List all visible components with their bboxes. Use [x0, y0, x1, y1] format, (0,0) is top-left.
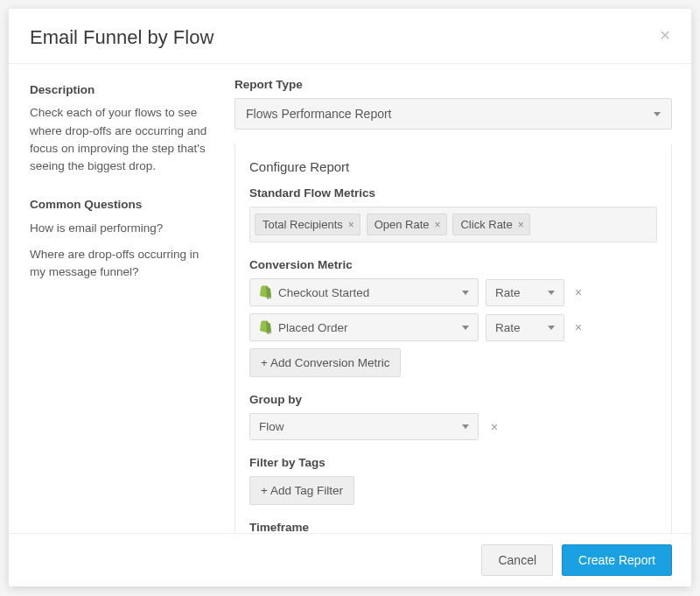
configure-panel: Configure Report Standard Flow Metrics T…: [234, 144, 672, 533]
filter-tags-label: Filter by Tags: [249, 456, 657, 469]
conversion-section: Conversion Metric Checkout Started Rate …: [249, 258, 657, 377]
modal-title: Email Funnel by Flow: [30, 26, 214, 49]
chevron-down-icon: [462, 424, 469, 429]
conversion-metric-select[interactable]: Placed Order: [249, 313, 479, 341]
conversion-row: Checkout Started Rate ×: [249, 278, 657, 306]
create-report-button[interactable]: Create Report: [562, 544, 672, 576]
groupby-select[interactable]: Flow: [249, 413, 479, 440]
groupby-label: Group by: [249, 393, 657, 406]
remove-groupby-icon[interactable]: ×: [487, 420, 501, 434]
conversion-metric-value: Placed Order: [278, 321, 455, 334]
modal-header: Email Funnel by Flow ×: [9, 9, 691, 64]
modal-footer: Cancel Create Report: [9, 533, 691, 586]
metric-chip[interactable]: Open Rate×: [367, 214, 447, 235]
chip-remove-icon[interactable]: ×: [518, 219, 524, 231]
standard-metrics-chips[interactable]: Total Recipients× Open Rate× Click Rate×: [249, 207, 657, 242]
conversion-mode-select[interactable]: Rate: [486, 279, 564, 306]
report-type-value: Flows Performance Report: [246, 107, 392, 121]
chevron-down-icon: [654, 112, 661, 116]
timeframe-label: Timeframe: [249, 521, 657, 533]
shopify-icon: [259, 320, 271, 334]
standard-metrics-label: Standard Flow Metrics: [249, 186, 657, 200]
description-text: Check each of your flows to see where dr…: [30, 104, 210, 175]
conversion-mode-value: Rate: [495, 321, 521, 334]
chevron-down-icon: [548, 291, 555, 295]
remove-row-icon[interactable]: ×: [571, 320, 585, 334]
timeframe-section: Timeframe Sent Last Week by Entire Range: [249, 521, 657, 533]
conversion-label: Conversion Metric: [249, 258, 657, 271]
report-modal: Email Funnel by Flow × Description Check…: [9, 9, 691, 586]
description-heading: Description: [30, 81, 210, 99]
report-type-select[interactable]: Flows Performance Report: [234, 98, 672, 130]
add-tag-filter-button[interactable]: + Add Tag Filter: [249, 476, 354, 505]
conversion-mode-select[interactable]: Rate: [486, 314, 564, 341]
close-icon[interactable]: ×: [660, 26, 670, 44]
conversion-metric-select[interactable]: Checkout Started: [249, 278, 479, 306]
chevron-down-icon: [462, 326, 469, 330]
metric-chip[interactable]: Total Recipients×: [255, 214, 360, 235]
add-conversion-button[interactable]: + Add Conversion Metric: [249, 348, 401, 377]
modal-body: Description Check each of your flows to …: [9, 64, 691, 533]
chevron-down-icon: [548, 326, 555, 330]
conversion-row: Placed Order Rate ×: [249, 313, 657, 341]
sidebar: Description Check each of your flows to …: [9, 64, 226, 533]
groupby-value: Flow: [259, 420, 284, 433]
conversion-metric-value: Checkout Started: [278, 286, 455, 299]
conversion-mode-value: Rate: [495, 286, 521, 299]
common-questions-heading: Common Questions: [30, 196, 210, 214]
shopify-icon: [259, 285, 271, 299]
metric-chip[interactable]: Click Rate×: [452, 214, 529, 235]
common-question: How is email performing?: [30, 220, 210, 237]
chip-remove-icon[interactable]: ×: [348, 219, 354, 231]
configure-title: Configure Report: [249, 159, 657, 174]
form-area: Report Type Flows Performance Report Con…: [226, 64, 691, 533]
report-type-label: Report Type: [234, 78, 672, 91]
remove-row-icon[interactable]: ×: [571, 285, 585, 299]
standard-metrics-section: Standard Flow Metrics Total Recipients× …: [249, 186, 657, 242]
chevron-down-icon: [462, 291, 469, 295]
cancel-button[interactable]: Cancel: [481, 544, 553, 576]
groupby-section: Group by Flow ×: [249, 393, 657, 440]
common-question: Where are drop-offs occurring in my mess…: [30, 246, 210, 282]
chip-remove-icon[interactable]: ×: [435, 219, 441, 231]
filter-tags-section: Filter by Tags + Add Tag Filter: [249, 456, 657, 505]
